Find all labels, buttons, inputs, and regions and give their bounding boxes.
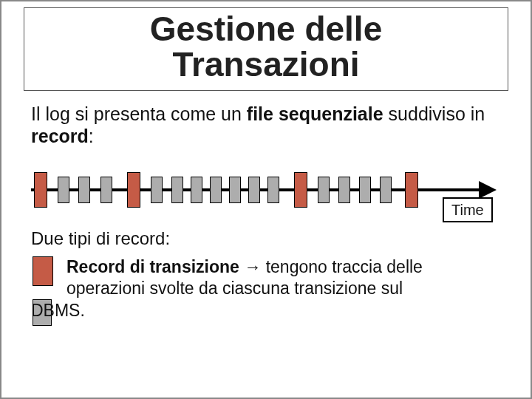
intro-suffix: : bbox=[89, 126, 94, 146]
intro-mid: suddiviso in bbox=[383, 103, 485, 124]
record-text: Record di transizione → tengono traccia … bbox=[66, 256, 501, 299]
tick-red bbox=[405, 172, 418, 208]
slide-title: Gestione delle Transazioni bbox=[32, 11, 500, 83]
tick-gray bbox=[58, 177, 69, 203]
dbms-text: DBMS. bbox=[31, 301, 85, 321]
tick-gray bbox=[248, 177, 260, 203]
tick-red bbox=[127, 172, 140, 208]
tick-gray bbox=[229, 177, 241, 203]
time-label: Time bbox=[443, 197, 493, 222]
title-box: Gestione delle Transazioni bbox=[24, 7, 508, 91]
tick-gray bbox=[338, 177, 350, 203]
legend-area: Record di transizione → tengono traccia … bbox=[31, 256, 501, 345]
timeline: Time bbox=[31, 169, 501, 215]
tick-red bbox=[294, 172, 307, 208]
tick-gray bbox=[151, 177, 163, 203]
tick-gray bbox=[380, 177, 392, 203]
tick-gray bbox=[191, 177, 202, 203]
intro-bold-file: file sequenziale bbox=[247, 103, 383, 124]
tick-gray bbox=[171, 177, 183, 203]
tick-gray bbox=[267, 177, 279, 203]
arrow-icon: → bbox=[239, 257, 266, 276]
tick-gray bbox=[210, 177, 222, 203]
legend-red-box bbox=[33, 256, 53, 286]
tick-gray bbox=[100, 177, 112, 203]
subhead: Due tipi di record: bbox=[31, 228, 501, 250]
intro-bold-record: record bbox=[31, 126, 89, 146]
arrowhead-icon bbox=[479, 181, 497, 199]
record-lead: Record di transizione bbox=[66, 257, 239, 276]
slide: Gestione delle Transazioni Il log si pre… bbox=[0, 0, 532, 399]
tick-gray bbox=[318, 177, 330, 203]
intro-prefix: Il log si presenta come un bbox=[31, 103, 247, 124]
tick-gray bbox=[359, 177, 371, 203]
tick-gray bbox=[78, 177, 90, 203]
slide-body: Il log si presenta come un file sequenzi… bbox=[1, 91, 531, 346]
title-line-1: Gestione delle bbox=[150, 10, 382, 48]
intro-paragraph: Il log si presenta come un file sequenzi… bbox=[31, 103, 501, 147]
title-line-2: Transazioni bbox=[172, 45, 359, 83]
tick-red bbox=[34, 172, 47, 208]
